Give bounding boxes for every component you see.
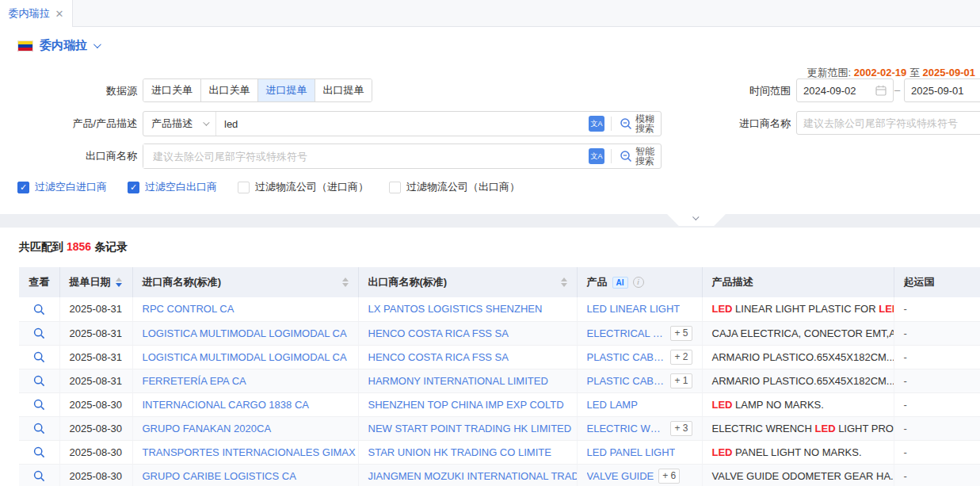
view-record-button[interactable] <box>33 327 45 339</box>
smart-search-label: 智能 搜索 <box>635 147 654 166</box>
bl-date: 2025-08-30 <box>59 416 132 440</box>
info-icon[interactable]: i <box>633 277 644 288</box>
data-source-option-2[interactable]: 进口提单 <box>257 79 315 101</box>
product-tag-link[interactable]: LED PANEL LIGHT <box>587 446 676 458</box>
ai-badge: AI <box>612 277 628 289</box>
view-record-button[interactable] <box>33 470 45 482</box>
product-tag-link[interactable]: PLASTIC CABINET <box>587 375 666 387</box>
product-tag-link[interactable]: PLASTIC CABINET <box>587 351 666 363</box>
filter-checkbox-0[interactable]: ✓过滤空白进口商 <box>17 180 107 194</box>
product-field-select[interactable]: 产品描述 <box>143 112 216 136</box>
col-header-description: 产品描述 <box>702 267 894 297</box>
product-tag-link[interactable]: LED LAMP <box>587 399 638 411</box>
origin-country: - <box>894 345 980 369</box>
tab-bar: 委内瑞拉 ✕ <box>0 0 980 27</box>
importer-name-link[interactable]: GRUPO CARIBE LOGISTICS CA <box>143 470 296 482</box>
filter-checkbox-1[interactable]: ✓过滤空白出口商 <box>128 180 217 194</box>
view-record-button[interactable] <box>33 423 45 434</box>
results-suffix: 条记录 <box>94 240 128 253</box>
data-source-option-1[interactable]: 出口关单 <box>200 79 257 101</box>
tab-venezuela[interactable]: 委内瑞拉 ✕ <box>0 0 73 27</box>
view-record-button[interactable] <box>33 304 45 316</box>
exporter-name-link[interactable]: LX PANTOS LOGISTICS SHENZHEN <box>368 303 543 315</box>
origin-country: - <box>894 297 980 321</box>
search-icon <box>620 117 632 130</box>
product-tag-link[interactable]: VALVE GUIDE <box>587 470 654 482</box>
update-range-to: 至 <box>909 67 920 78</box>
checkbox-icon[interactable] <box>238 182 250 193</box>
date-start-input[interactable] <box>797 79 875 101</box>
checkbox-checked-icon[interactable]: ✓ <box>128 182 139 193</box>
exporter-name-link[interactable]: HARMONY INTERNATIONAL LIMITED <box>368 375 548 387</box>
data-source-option-0[interactable]: 进口关单 <box>143 79 200 101</box>
product-description: LED LAMP NO MARKS. <box>702 392 894 416</box>
product-tag-link[interactable]: ELECTRICAL BOX <box>587 327 666 339</box>
close-icon[interactable]: ✕ <box>55 9 64 19</box>
product-extra-count-badge[interactable]: + 2 <box>670 350 692 365</box>
exporter-name-link[interactable]: HENCO COSTA RICA FSS SA <box>368 351 509 363</box>
importer-name-input[interactable] <box>797 112 980 134</box>
chevron-down-icon <box>203 119 209 125</box>
importer-input-box[interactable] <box>796 111 980 135</box>
sort-date-button[interactable] <box>116 277 122 287</box>
exporter-filter-label: 出口商名称 <box>0 149 137 163</box>
importer-filter-label: 进口商名称 <box>654 117 791 131</box>
importer-name-link[interactable]: RPC CONTROL CA <box>143 303 235 315</box>
exporter-name-link[interactable]: NEW START POINT TRADING HK LIMITED <box>368 423 572 434</box>
checkbox-label: 过滤物流公司（进口商） <box>255 180 368 194</box>
exporter-name-input[interactable] <box>143 144 589 168</box>
filter-checkbox-3[interactable]: 过滤物流公司（出口商） <box>389 180 520 194</box>
col-header-exporter: 出口商名称(标准) <box>358 267 577 297</box>
checkbox-label: 过滤空白出口商 <box>145 180 217 194</box>
product-extra-count-badge[interactable]: + 6 <box>658 469 680 484</box>
country-name: 委内瑞拉 <box>40 38 87 53</box>
sort-exporter-button[interactable] <box>561 277 567 287</box>
bl-date: 2025-08-31 <box>59 321 132 345</box>
view-record-button[interactable] <box>33 399 45 411</box>
chevron-down-icon[interactable] <box>93 40 101 48</box>
results-count-line: 共匹配到1856条记录 <box>19 240 128 254</box>
update-range-start: 2002-02-19 <box>854 67 907 78</box>
col-header-view: 查看 <box>19 267 59 297</box>
checkbox-icon[interactable] <box>389 182 401 193</box>
table-row: 2025-08-30INTERNACIONAL CARGO 1838 CASHE… <box>19 392 980 416</box>
product-extra-count-badge[interactable]: + 3 <box>670 421 692 436</box>
view-record-button[interactable] <box>33 375 45 387</box>
results-count: 1856 <box>63 240 94 253</box>
origin-country: - <box>894 440 980 464</box>
filter-checkbox-2[interactable]: 过滤物流公司（进口商） <box>238 180 368 194</box>
origin-country: - <box>894 464 980 486</box>
smart-search-button[interactable]: 智能 搜索 <box>612 144 661 168</box>
country-header[interactable]: 委内瑞拉 <box>17 38 99 53</box>
sort-importer-button[interactable] <box>342 277 349 287</box>
bl-date: 2025-08-31 <box>59 345 132 369</box>
importer-name-link[interactable]: LOGISTICA MULTIMODAL LOGIMODAL CA <box>143 351 347 363</box>
product-search-input[interactable] <box>216 112 589 136</box>
data-source-option-3[interactable]: 出口提单 <box>315 79 372 101</box>
product-extra-count-badge[interactable]: + 5 <box>670 326 692 341</box>
importer-name-link[interactable]: INTERNACIONAL CARGO 1838 CA <box>143 399 309 411</box>
product-extra-count-badge[interactable]: + 1 <box>670 373 692 388</box>
exporter-name-link[interactable]: STAR UNION HK TRADING CO LIMITE <box>368 446 551 458</box>
view-record-button[interactable] <box>33 351 45 363</box>
col-header-importer: 进口商名称(标准) <box>132 267 358 297</box>
product-tag-link[interactable]: LED LINEAR LIGHT <box>587 303 681 315</box>
checkbox-checked-icon[interactable]: ✓ <box>17 182 29 193</box>
exporter-name-link[interactable]: SHENZHEN TOP CHINA IMP EXP COLTD <box>368 399 564 411</box>
product-tag-link[interactable]: ELECTRIC WREN... <box>587 423 666 434</box>
importer-name-link[interactable]: TRANSPORTES INTERNACIONALES GIMAX D <box>143 446 359 458</box>
date-start-input-box[interactable] <box>796 78 894 102</box>
table-row: 2025-08-31FERRETERÍA EPA CAHARMONY INTER… <box>19 369 980 392</box>
view-record-button[interactable] <box>33 446 45 458</box>
importer-name-link[interactable]: FERRETERÍA EPA CA <box>143 375 246 387</box>
date-end-input[interactable] <box>905 79 980 101</box>
data-source-segmented: 进口关单出口关单进口提单出口提单 <box>143 78 372 102</box>
exporter-name-link[interactable]: JIANGMEN MOZUKI INTERNATIONAL TRADE <box>368 470 578 482</box>
importer-name-link[interactable]: GRUPO FANAKAN 2020CA <box>143 423 272 434</box>
exporter-name-link[interactable]: HENCO COSTA RICA FSS SA <box>368 327 509 339</box>
translate-icon[interactable]: 文A <box>589 116 604 132</box>
importer-name-link[interactable]: LOGISTICA MULTIMODAL LOGIMODAL CA <box>143 327 347 339</box>
date-end-input-box[interactable] <box>904 78 980 102</box>
calendar-icon[interactable] <box>875 85 887 96</box>
translate-icon[interactable]: 文A <box>589 148 604 164</box>
